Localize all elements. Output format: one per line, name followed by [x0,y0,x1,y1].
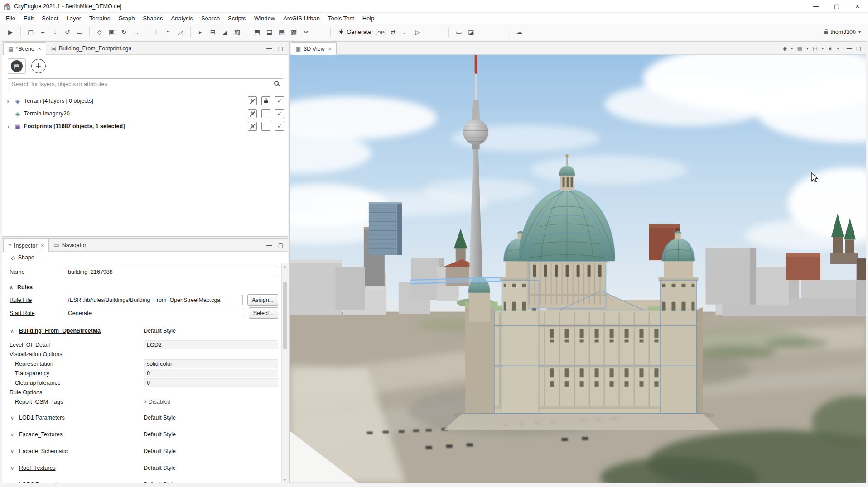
close-icon[interactable]: × [328,46,332,52]
lock-toggle[interactable] [261,122,270,131]
caret-down-icon[interactable]: ▾ [837,46,839,51]
generate-small-button[interactable]: ▸ [194,26,207,38]
menu-window[interactable]: Window [250,14,279,23]
panel-maximize-icon[interactable]: ▢ [278,242,283,248]
panel-minimize-icon[interactable]: — [847,45,852,52]
bookmarks-icon[interactable]: ★ [828,45,833,52]
texture-tool-button[interactable]: ▨ [231,26,243,38]
attr-group-lod1[interactable]: ∨ LOD1 Parameters Default Style [2,412,281,423]
editable-toggle[interactable]: ✎ [248,109,257,118]
menu-file[interactable]: File [2,14,19,23]
scale-tool-button[interactable]: ↔ [130,26,142,38]
attr-group-lod2[interactable]: ∧ LOD2 Parameter Default Style [2,479,281,483]
panel-minimize-icon[interactable]: — [266,45,272,52]
menu-arcgis-urban[interactable]: ArcGIS Urban [279,14,324,23]
attr-group-facade-textures[interactable]: ∨ Facade_Textures Default Style [2,429,281,440]
menu-help[interactable]: Help [358,14,379,23]
shape-name-input[interactable] [65,267,278,277]
frame-view-button[interactable]: ▭ [73,26,86,38]
attr-group-facade-schematic[interactable]: ∨ Facade_Schematic Default Style [2,446,281,457]
scroll-up-icon[interactable]: ∧ [284,263,286,270]
duplicate-button[interactable]: ▣ [106,26,118,38]
close-icon[interactable]: × [41,243,44,249]
group-style-value[interactable]: Default Style [144,482,278,483]
rule-file-label[interactable]: Rule File [10,297,65,303]
menu-edit[interactable]: Edit [19,14,38,23]
group-style-value[interactable]: Default Style [144,448,278,454]
tab-scene[interactable]: ▤ *Scene × [3,42,46,55]
smooth-terrain-button[interactable]: ≈ [162,26,174,38]
layer-view-button[interactable]: ▤ [8,58,26,74]
rules-section-header[interactable]: ∧ Rules [2,282,281,293]
move-tool-button[interactable]: + [37,26,49,38]
rule-attr-group-header[interactable]: ∧ Building_From_OpenStreetMa Default Sty… [2,325,281,336]
menu-search[interactable]: Search [197,14,224,23]
menu-shapes[interactable]: Shapes [139,14,167,23]
group-style-value[interactable]: Default Style [144,465,278,471]
caret-down-icon[interactable]: ▾ [806,46,809,51]
attr-value-field[interactable]: solid color [144,359,278,368]
menu-select[interactable]: Select [38,14,62,23]
corner-tool-button[interactable]: ◢ [219,26,231,38]
lock-toggle[interactable] [261,109,270,118]
window-minimize-button[interactable]: — [805,0,826,12]
marquee-select-button[interactable]: ▢ [24,26,37,38]
extrude-down-button[interactable]: ⬓ [263,26,275,38]
group-style-value[interactable]: Default Style [144,431,278,438]
undo-button[interactable]: ↺ [61,26,73,38]
split-tool-button[interactable]: ✂ [300,26,312,38]
assign-rule-button[interactable]: cga [375,26,387,38]
scroll-down-icon[interactable]: ∨ [284,477,286,483]
close-icon[interactable]: × [38,46,41,52]
attr-value-field[interactable]: 0 [144,369,278,377]
slope-terrain-button[interactable]: ◿ [174,26,187,38]
play-button[interactable]: ▶ [5,26,17,38]
subtract-shape-button[interactable]: ⊟ [207,26,219,38]
drop-to-terrain-button[interactable]: ↓ [49,26,61,38]
tab-shape[interactable]: ◇ Shape [5,252,40,263]
tree-row-terrain-imagery[interactable]: ◈ Terrain Imagery20 ✎ ✓ [5,107,284,120]
reset-button[interactable]: ← [399,26,411,38]
3d-viewport-canvas[interactable] [290,55,866,483]
attr-value-field[interactable]: LOD2 [144,340,278,349]
tree-row-footprints[interactable]: › ▣ Footprints [11687 objects, 1 selecte… [5,120,284,133]
generate-button[interactable]: ∗ Generate [334,26,375,38]
scene-graph-icon[interactable]: ◈ [783,45,787,52]
tab-navigator[interactable]: ▭ Navigator [49,239,91,251]
editable-toggle[interactable]: ✎ [248,122,257,131]
visibility-checkbox[interactable]: ✓ [275,96,284,105]
align-terrain-button[interactable]: ⊥ [150,26,162,38]
visibility-checkbox[interactable]: ✓ [275,109,284,118]
add-layer-button[interactable]: + [31,59,46,73]
panel-maximize-icon[interactable]: ▢ [856,45,861,52]
eraser-button[interactable]: ◪ [465,26,477,38]
menu-graph[interactable]: Graph [114,14,139,23]
window-close-button[interactable]: × [847,0,868,12]
editable-toggle[interactable]: ✎ [248,96,257,105]
expand-arrow-icon[interactable]: › [5,98,11,105]
pattern-button[interactable]: ▩ [288,26,300,38]
handle-tool-button[interactable]: ◇ [93,26,106,38]
lock-toggle[interactable] [261,96,270,105]
snap-grid-button[interactable]: ▦ [275,26,288,38]
start-rule-label[interactable]: Start Rule [10,310,65,316]
window-maximize-button[interactable]: ▢ [826,0,847,12]
tab-3d-view[interactable]: ▣ 3D View × [291,42,337,55]
visibility-checkbox[interactable]: ✓ [275,122,284,131]
menu-layer[interactable]: Layer [63,14,86,23]
rotate-tool-button[interactable]: ↻ [118,26,130,38]
shuffle-seed-button[interactable]: ⇄ [387,26,399,38]
expand-arrow-icon[interactable]: › [5,123,11,130]
inspector-scrollbar[interactable]: ∧ ∨ [281,263,288,483]
tab-inspector[interactable]: ≡ Inspector × [3,239,49,252]
menu-scripts[interactable]: Scripts [224,14,250,23]
measure-button[interactable]: ▭ [453,26,465,38]
select-start-rule-button[interactable]: Select... [249,307,278,319]
menu-terrains[interactable]: Terrains [85,14,114,23]
attr-value-field[interactable]: 0 [144,378,278,387]
rule-file-input[interactable] [65,295,243,305]
extrude-up-button[interactable]: ⬒ [251,26,263,38]
panel-minimize-icon[interactable]: — [266,242,272,248]
menu-analysis[interactable]: Analysis [167,14,197,23]
scrollbar-thumb[interactable] [283,282,287,349]
